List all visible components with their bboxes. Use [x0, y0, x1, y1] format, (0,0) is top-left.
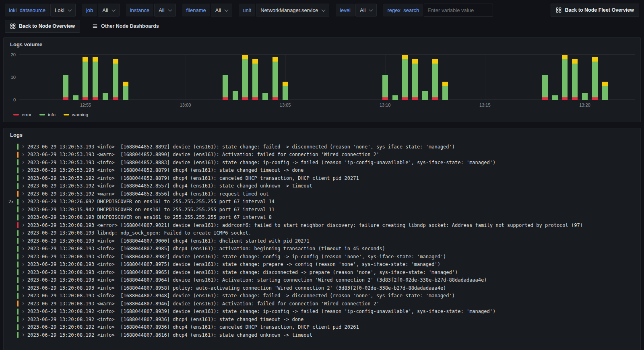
log-row[interactable]: 2023-06-29 13:20:08.193 <warn> [16880448… [6, 300, 636, 308]
log-row[interactable]: 2023-06-29 13:20:08.193 <info> [16880448… [6, 245, 636, 253]
volume-bar[interactable] [552, 55, 558, 100]
logs-volume-panel-title[interactable]: Logs volume [4, 38, 640, 50]
log-row[interactable]: 2023-06-29 13:20:08.193 <info> [16880448… [6, 268, 636, 276]
legend-item-error[interactable]: error [13, 112, 31, 117]
expand-caret-icon[interactable] [21, 200, 24, 203]
expand-caret-icon[interactable] [21, 334, 24, 336]
expand-caret-icon[interactable] [21, 145, 24, 148]
volume-bar[interactable] [592, 55, 598, 100]
volume-bar[interactable] [262, 55, 268, 100]
expand-caret-icon[interactable] [21, 216, 24, 219]
volume-bar[interactable] [542, 55, 548, 100]
log-row[interactable]: 2023-06-29 13:20:08.192 <info> [16880448… [6, 308, 636, 316]
log-row[interactable]: 2023-06-29 13:20:08.192 <info> [16880448… [6, 331, 636, 339]
expand-caret-icon[interactable] [21, 224, 24, 226]
log-row[interactable]: 2023-06-29 13:20:08.193 libndp: ndp_sock… [6, 229, 636, 237]
expand-caret-icon[interactable] [21, 161, 24, 164]
expand-caret-icon[interactable] [21, 318, 24, 321]
log-row[interactable]: 2023-06-29 13:20:08.193 <info> [16880448… [6, 237, 636, 245]
legend-item-info[interactable]: info [39, 112, 56, 117]
back-to-node-overview-button[interactable]: Back to Node Overview [5, 20, 80, 33]
volume-bar[interactable] [113, 55, 118, 100]
log-row[interactable]: 2023-06-29 13:20:53.192 <info> [16880448… [6, 174, 636, 182]
expand-caret-icon[interactable] [21, 271, 24, 274]
bar-segment-info [223, 75, 228, 97]
volume-bar[interactable] [572, 55, 578, 100]
log-line-text: 2023-06-29 13:20:08.193 libndp: ndp_sock… [27, 230, 251, 236]
log-row[interactable]: 2023-06-29 13:20:53.192 <info> [16880448… [6, 182, 636, 190]
volume-bar[interactable] [442, 55, 448, 100]
volume-bar[interactable] [123, 55, 128, 100]
bar-segment-info [93, 62, 98, 98]
volume-bar[interactable] [422, 55, 428, 100]
volume-bar[interactable] [73, 55, 78, 100]
other-node-dashboards-menu[interactable]: Other Node Dashboards [92, 23, 159, 29]
expand-caret-icon[interactable] [21, 263, 24, 266]
volume-bar[interactable] [242, 55, 248, 100]
volume-bar[interactable] [402, 55, 408, 100]
expand-caret-icon[interactable] [21, 177, 24, 179]
expand-caret-icon[interactable] [21, 232, 24, 235]
expand-caret-icon[interactable] [21, 208, 24, 211]
variable-value-dropdown[interactable]: NetworkManager.service [256, 4, 329, 16]
expand-caret-icon[interactable] [21, 310, 24, 313]
variable-value-dropdown[interactable]: All [154, 4, 175, 16]
logs-panel-title[interactable]: Logs [4, 128, 640, 140]
variable-value-dropdown[interactable]: All [211, 4, 232, 16]
x-tick-label: 13:05 [280, 103, 291, 107]
log-row[interactable]: 2023-06-29 13:20:53.193 <warn> [16880448… [6, 151, 636, 159]
expand-caret-icon[interactable] [21, 326, 24, 329]
volume-bar[interactable] [272, 55, 278, 100]
log-row[interactable]: 2023-06-29 13:20:53.192 <warn> [16880448… [6, 190, 636, 198]
volume-bar[interactable] [83, 55, 88, 100]
variable-value-dropdown[interactable]: Loki [50, 4, 76, 16]
volume-bar[interactable] [223, 55, 228, 100]
log-row[interactable]: 2023-06-29 13:20:08.193 <info> [16880448… [6, 253, 636, 261]
log-row[interactable]: 2023-06-29 13:20:53.193 <info> [16880448… [6, 159, 636, 167]
volume-bar[interactable] [412, 55, 418, 100]
variable-label: instance [126, 4, 153, 16]
log-row[interactable]: 2023-06-29 13:20:08.193 <info> [16880448… [6, 292, 636, 300]
expand-caret-icon[interactable] [21, 255, 24, 258]
volume-bar[interactable] [93, 55, 98, 100]
legend-item-warning[interactable]: warning [64, 112, 88, 117]
expand-caret-icon[interactable] [21, 185, 24, 187]
volume-bar[interactable] [582, 55, 588, 100]
log-row[interactable]: 2023-06-29 13:20:53.193 <info> [16880448… [6, 167, 636, 175]
volume-bar[interactable] [63, 55, 68, 100]
expand-caret-icon[interactable] [21, 239, 24, 242]
expand-caret-icon[interactable] [21, 286, 24, 289]
expand-caret-icon[interactable] [21, 192, 24, 195]
volume-bar[interactable] [283, 55, 288, 100]
volume-bar[interactable] [382, 55, 388, 100]
variable-value-dropdown[interactable]: All [98, 4, 119, 16]
log-row[interactable]: 2023-06-29 13:20:08.193 DHCPDISCOVER on … [6, 214, 636, 222]
log-row[interactable]: 2x2023-06-29 13:20:26.692 DHCPDISCOVER o… [6, 198, 636, 206]
expand-caret-icon[interactable] [21, 247, 24, 250]
expand-caret-icon[interactable] [21, 279, 24, 282]
x-tick-label: 12:55 [80, 103, 91, 107]
log-row[interactable]: 2023-06-29 13:20:08.192 <info> [16880448… [6, 315, 636, 323]
log-row[interactable]: 2023-06-29 13:20:08.192 <info> [16880448… [6, 323, 636, 331]
volume-bar[interactable] [233, 55, 238, 100]
expand-caret-icon[interactable] [21, 153, 24, 156]
expand-caret-icon[interactable] [21, 169, 24, 172]
volume-bar[interactable] [432, 55, 438, 100]
log-row[interactable]: 2023-06-29 13:20:08.193 <info> [16880448… [6, 261, 636, 269]
volume-bar[interactable] [103, 55, 108, 100]
log-row[interactable]: 2023-06-29 13:20:08.193 <info> [16880448… [6, 284, 636, 292]
log-row[interactable]: 2023-06-29 13:20:53.193 <info> [16880448… [6, 143, 636, 151]
expand-caret-icon[interactable] [21, 302, 24, 305]
volume-bar[interactable] [252, 55, 258, 100]
volume-bar[interactable] [562, 55, 568, 100]
log-row[interactable]: 2023-06-29 13:20:08.193 <info> [16880448… [6, 276, 636, 284]
variable-value-dropdown[interactable]: All [355, 4, 377, 16]
log-row[interactable]: 2023-06-29 13:20:08.193 <error> [1688044… [6, 221, 636, 229]
volume-bar[interactable] [602, 55, 608, 100]
regex-search-input[interactable] [424, 4, 493, 16]
expand-caret-icon[interactable] [21, 294, 24, 297]
volume-bar[interactable] [392, 55, 398, 100]
back-to-node-fleet-overview-button[interactable]: Back to Node Fleet Overview [551, 4, 639, 16]
bar-segment-info [123, 86, 128, 100]
log-row[interactable]: 2023-06-29 13:20:15.942 DHCPDISCOVER on … [6, 206, 636, 214]
